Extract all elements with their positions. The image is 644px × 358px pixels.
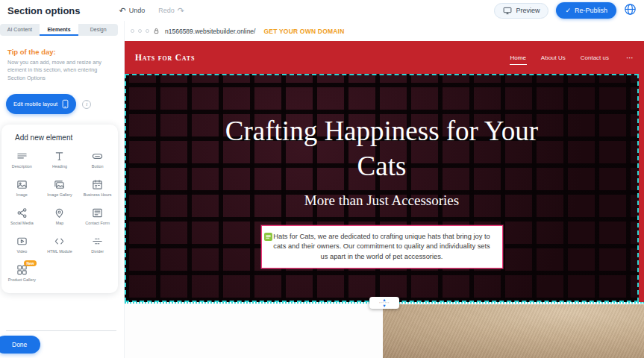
tab-label: Design [90, 27, 107, 32]
element-label: Map [56, 221, 64, 226]
language-globe-button[interactable] [624, 3, 637, 19]
resize-down-icon: ▼ [382, 304, 386, 307]
done-label: Done [12, 341, 27, 348]
mobile-layout-row: Edit mobile layout i [6, 94, 124, 114]
tip-title: Tip of the day: [7, 48, 113, 56]
history-controls: ↶ Undo Redo ↷ [119, 7, 184, 15]
tab-label: AI Content [7, 27, 32, 32]
undo-button[interactable]: ↶ Undo [119, 7, 146, 15]
new-badge: New [24, 260, 36, 266]
preview-button[interactable]: Preview [494, 3, 548, 19]
republish-label: Re-Publish [575, 7, 607, 14]
browser-dot-icon [138, 29, 142, 33]
hero-section-band: Crafting Happiness for Your Cats More th… [125, 74, 644, 302]
browser-dot-icon [131, 29, 134, 33]
globe-icon [624, 3, 637, 16]
element-grid: Description Heading Button Image Image G… [3, 151, 116, 283]
section-resize-handle[interactable]: ▲ ⋯⋯ ▼ [369, 297, 399, 309]
tip-of-the-day: Tip of the day: Now you can add, move an… [0, 36, 124, 82]
redo-button[interactable]: Redo ↷ [158, 7, 184, 15]
site-url: n1566589.websitebuilder.online/ [165, 28, 255, 35]
element-label: HTML Module [47, 249, 72, 254]
element-heading[interactable]: Heading [41, 151, 79, 169]
element-map[interactable]: Map [41, 207, 79, 226]
site-header: Hats for Cats Home About Us Contact us ⋯ [125, 41, 644, 74]
html-module-icon [54, 236, 65, 247]
contact-form-icon [92, 207, 103, 219]
element-label: Image [16, 192, 28, 198]
element-product-gallery[interactable]: New Product Gallery [3, 264, 41, 283]
next-section[interactable] [125, 302, 644, 358]
element-label: Product Gallery [8, 277, 36, 283]
image-icon [16, 179, 28, 190]
browser-dot-icon [146, 29, 149, 33]
tip-body: Now you can add, move and resize any ele… [7, 59, 113, 82]
divider-icon [92, 236, 103, 247]
phone-icon [62, 99, 69, 109]
element-button[interactable]: Button [78, 151, 116, 169]
hero-paragraph-element[interactable]: Hats for Cats, we are dedicated to craft… [261, 225, 503, 268]
element-contact-form[interactable]: Contact Form [78, 207, 116, 226]
tab-label: Elements [47, 27, 70, 32]
element-label: Video [16, 249, 27, 254]
section-boundary: ▲ ⋯⋯ ▼ [125, 302, 644, 304]
top-toolbar: Section options ↶ Undo Redo ↷ Preview ✓ … [0, 0, 644, 21]
element-business-hours[interactable]: Business Hours [78, 179, 116, 198]
element-description[interactable]: Description [3, 151, 41, 169]
nav-about-us[interactable]: About Us [540, 51, 566, 65]
page-title: Section options [7, 5, 81, 16]
description-icon [16, 151, 28, 162]
redo-icon: ↷ [178, 7, 184, 15]
check-icon: ✓ [565, 7, 571, 14]
add-element-card: Add new element Description Heading Butt… [1, 125, 118, 293]
social-media-icon [16, 207, 28, 219]
element-divider[interactable]: Divider [78, 236, 116, 254]
edit-mobile-layout-button[interactable]: Edit mobile layout [6, 94, 76, 114]
element-label: Image Gallery [47, 192, 72, 198]
element-label: Description [12, 164, 32, 169]
preview-label: Preview [516, 7, 540, 14]
video-icon [16, 236, 28, 247]
element-label: Social Media [10, 221, 34, 226]
nav-home[interactable]: Home [510, 51, 527, 65]
element-label: Divider [91, 249, 104, 254]
image-gallery-icon [54, 179, 65, 190]
add-element-title: Add new element [15, 134, 116, 142]
get-domain-link[interactable]: GET YOUR OWN DOMAIN [263, 28, 344, 35]
done-button[interactable]: Done [0, 336, 40, 354]
panel-tabs: AI Content Elements Design [0, 24, 118, 36]
section-options-panel: AI Content Elements Design Tip of the da… [0, 21, 124, 358]
element-image[interactable]: Image [3, 179, 41, 198]
republish-button[interactable]: ✓ Re-Publish [556, 2, 616, 19]
edit-mobile-label: Edit mobile layout [13, 101, 57, 107]
paragraph-element-icon [264, 233, 272, 241]
button-icon [92, 151, 103, 162]
info-icon: i [86, 101, 87, 107]
tab-elements[interactable]: Elements [40, 24, 79, 36]
element-html-module[interactable]: HTML Module [41, 236, 79, 254]
nav-contact-us[interactable]: Contact us [580, 51, 610, 65]
hero-heading[interactable]: Crafting Happiness for Your Cats [222, 114, 543, 183]
sidebar-divider [6, 330, 116, 331]
hero-subheading[interactable]: More than Just Accessories [304, 192, 459, 209]
element-label: Button [92, 164, 104, 169]
info-button[interactable]: i [82, 100, 91, 109]
undo-label: Undo [129, 7, 146, 14]
lock-icon [153, 25, 160, 38]
mock-browser-bar: n1566589.websitebuilder.online/ GET YOUR… [125, 21, 644, 41]
element-label: Contact Form [85, 221, 110, 226]
hero-paragraph-text: Hats for Cats, we are dedicated to craft… [272, 232, 492, 262]
element-video[interactable]: Video [3, 236, 41, 254]
tab-design[interactable]: Design [78, 24, 118, 36]
element-label: Heading [52, 164, 67, 169]
site-logo[interactable]: Hats for Cats [135, 53, 195, 62]
site-preview: Hats for Cats Home About Us Contact us ⋯… [125, 41, 644, 358]
toolbar-actions: Preview ✓ Re-Publish [494, 2, 637, 19]
heading-icon [54, 151, 65, 162]
hero-section-selected[interactable]: Crafting Happiness for Your Cats More th… [125, 74, 639, 302]
tab-ai-content[interactable]: AI Content [0, 24, 40, 36]
redo-label: Redo [158, 7, 175, 14]
nav-more-button[interactable]: ⋯ [626, 54, 634, 62]
element-social-media[interactable]: Social Media [3, 207, 41, 226]
element-image-gallery[interactable]: Image Gallery [41, 179, 79, 198]
